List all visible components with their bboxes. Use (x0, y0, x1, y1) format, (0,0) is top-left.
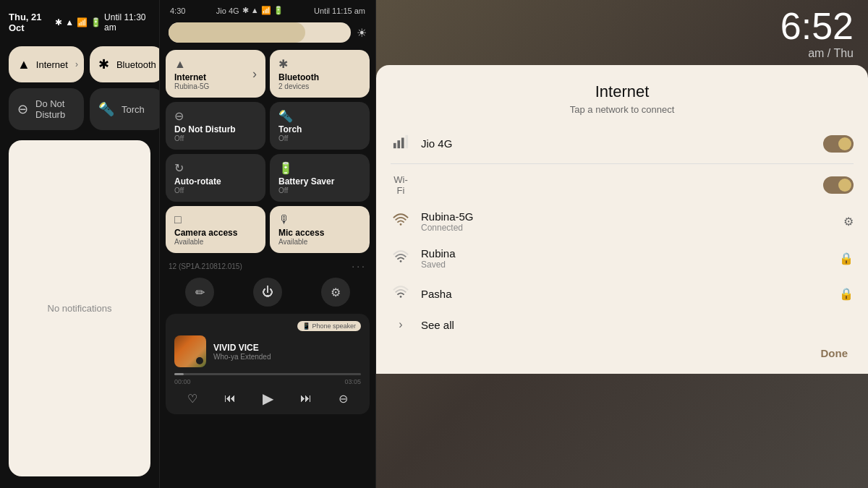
rubina-lock[interactable]: 🔒 (839, 252, 854, 265)
pasha-row[interactable]: Pasha 🔒 (391, 277, 854, 311)
bluetooth-tile[interactable]: ✱ Bluetooth (90, 46, 165, 82)
torch-tile[interactable]: 🔦 Torch (90, 88, 165, 130)
brightness-row: ☀ (166, 18, 370, 47)
internet-tile[interactable]: ▲ Internet › (9, 46, 84, 82)
rubina5g-icon (391, 212, 411, 231)
p2-dnd-tile[interactable]: ⊖ Do Not Disturb Off (166, 102, 265, 150)
done-row: Done (391, 338, 854, 362)
p2-dnd-icon: ⊖ (174, 109, 257, 123)
p2-battery-icon: 🔋 (278, 161, 361, 175)
torch-tile-label: Torch (122, 104, 145, 115)
p2-bt-label: Bluetooth (278, 72, 361, 82)
tiles-grid-2: ▲ Internet Rubina-5G › ✱ Bluetooth 2 dev… (166, 47, 370, 256)
edit-icon: ✏ (195, 286, 205, 299)
p2-rotate-sub: Off (174, 187, 257, 194)
notifications-area: No notifications (9, 140, 150, 476)
prev-button[interactable]: ⏮ (224, 392, 236, 405)
dnd-tile[interactable]: ⊖ Do Not Disturb (9, 88, 84, 130)
divider-1 (391, 163, 854, 164)
p2-camera-tile[interactable]: □ Camera access Available (166, 206, 265, 253)
until-text-2: Until 11:15 am (314, 7, 365, 15)
status-icons-1: ✱ ▲ 📶 🔋 Until 11:30 am (55, 12, 150, 33)
brightness-track[interactable] (169, 22, 351, 43)
quick-settings-full: 4:30 Jio 4G ✱ ▲ 📶 🔋 Until 11:15 am ☀ ▲ I… (159, 0, 376, 488)
p2-battery-sub: Off (278, 187, 361, 194)
progress-fill (174, 373, 184, 375)
p2-bt-icon: ✱ (278, 57, 361, 71)
p2-battery-tile[interactable]: 🔋 Battery Saver Off (270, 154, 370, 202)
svg-point-6 (400, 296, 402, 298)
internet-panel: Internet Tap a network to connect Jio 4G… (376, 65, 868, 374)
quick-settings-simple: Thu, 21 Oct ✱ ▲ 📶 🔋 Until 11:30 am ▲ Int… (0, 0, 159, 488)
rubina5g-info: Rubina-5G Connected (421, 210, 833, 233)
more-dots[interactable]: ··· (352, 260, 367, 272)
dnd-tile-icon: ⊖ (17, 101, 28, 117)
rubina-sub: Saved (421, 260, 829, 270)
svg-rect-3 (405, 135, 408, 148)
carrier-icons: ✱ ▲ 📶 🔋 (242, 6, 284, 15)
no-notifications-text: No notifications (48, 303, 112, 314)
next-button[interactable]: ⏭ (300, 392, 312, 405)
gear-icon: ⚙ (331, 286, 341, 299)
torch-tile-icon: 🔦 (98, 101, 114, 117)
status-bar-2: 4:30 Jio 4G ✱ ▲ 📶 🔋 Until 11:15 am (166, 0, 370, 18)
settings-button[interactable]: ⚙ (321, 278, 350, 307)
rubina-row[interactable]: Rubina Saved 🔒 (391, 240, 854, 277)
p2-battery-label: Battery Saver (278, 176, 361, 187)
media-controls: ♡ ⏮ ▶ ⏭ ⊖ (174, 390, 361, 407)
svg-rect-0 (393, 143, 396, 148)
p2-rotate-icon: ↻ (174, 161, 257, 175)
done-button[interactable]: Done (815, 344, 854, 362)
p2-autorotate-tile[interactable]: ↻ Auto-rotate Off (166, 154, 265, 202)
power-button[interactable]: ⏻ (253, 278, 282, 307)
wifi-label-row: Wi-Fi (391, 167, 854, 203)
wifi-label-icon: Wi-Fi (391, 174, 411, 196)
p2-torch-tile[interactable]: 🔦 Torch Off (270, 102, 370, 150)
brightness-fill (169, 22, 305, 43)
p2-bluetooth-tile[interactable]: ✱ Bluetooth 2 devices (270, 50, 370, 98)
chevron-right-icon: › (75, 59, 78, 69)
p2-dnd-label: Do Not Disturb (174, 124, 257, 134)
p2-internet-label: Internet (174, 72, 209, 82)
time-total: 03:05 (344, 378, 361, 385)
p2-dnd-sub: Off (174, 134, 257, 142)
jio-name: Jio 4G (421, 137, 813, 150)
p2-camera-label: Camera access (174, 228, 257, 238)
jio-toggle[interactable] (823, 135, 854, 153)
p2-mic-tile[interactable]: 🎙 Mic access Available (270, 206, 370, 253)
pasha-lock[interactable]: 🔒 (839, 287, 854, 301)
battery-icon: 🔋 (90, 17, 101, 27)
media-player: 📱 Phone speaker VIVID VICE Who-ya Extend… (166, 314, 370, 414)
rubina5g-gear[interactable]: ⚙ (843, 215, 854, 228)
rubina-icon (391, 249, 411, 268)
see-all-text: See all (421, 319, 454, 331)
panel3-container: 6:52 am / Thu Internet Tap a network to … (376, 0, 868, 488)
tiles-grid-1: ▲ Internet › ✱ Bluetooth ⊖ Do Not Distur… (9, 46, 150, 130)
progress-track[interactable] (174, 373, 361, 375)
p2-camera-icon: □ (174, 213, 257, 226)
see-all-row[interactable]: › See all (391, 311, 854, 338)
favorite-button[interactable]: ♡ (187, 392, 197, 406)
internet-subtitle: Tap a network to connect (391, 104, 854, 115)
rubina5g-row[interactable]: Rubina-5G Connected ⚙ (391, 203, 854, 240)
jio-info: Jio 4G (421, 137, 813, 150)
lock-clock: 6:52 am / Thu (780, 6, 854, 60)
p2-internet-arrow: › (252, 67, 257, 82)
build-text: 12 (SP1A.210812.015) (169, 262, 242, 270)
play-button[interactable]: ▶ (263, 390, 273, 407)
p2-internet-tile[interactable]: ▲ Internet Rubina-5G › (166, 50, 265, 98)
p2-torch-icon: 🔦 (278, 109, 361, 123)
p2-bt-sub: 2 devices (278, 82, 361, 90)
album-art (174, 335, 206, 367)
p2-internet-sub: Rubina-5G (174, 82, 209, 90)
bt-tile-icon: ✱ (98, 56, 109, 72)
edit-button[interactable]: ✏ (185, 278, 214, 307)
pasha-info: Pasha (421, 288, 829, 300)
wifi-toggle[interactable] (823, 176, 854, 194)
svg-point-5 (400, 260, 402, 262)
volume-button[interactable]: ⊖ (339, 392, 348, 406)
bluetooth-tile-label: Bluetooth (116, 59, 156, 70)
song-subtitle: Who-ya Extended (213, 353, 361, 361)
signal-icon: 📶 (77, 17, 88, 27)
p2-mic-sub: Available (278, 238, 361, 246)
